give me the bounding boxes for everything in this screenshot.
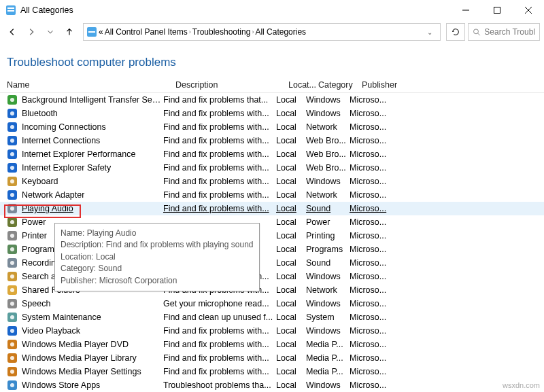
page-title: Troubleshoot computer problems: [0, 43, 544, 77]
row-category: Web Bro...: [305, 149, 348, 159]
table-row[interactable]: Windows Media Player DVD Find and fix pr…: [0, 338, 544, 351]
row-location: Local: [275, 177, 305, 186]
app-icon: [5, 5, 16, 16]
row-name: System Maintenance: [20, 313, 101, 322]
internet-icon: [7, 149, 18, 160]
row-location: Local: [275, 299, 305, 308]
table-row[interactable]: Video Playback Find and fix problems wit…: [0, 324, 544, 338]
forward-button[interactable]: [23, 24, 39, 40]
breadcrumb-prefix[interactable]: «: [99, 27, 103, 37]
row-location: Local: [275, 285, 305, 295]
row-category: Media P...: [305, 340, 348, 349]
row-category: Web Bro...: [305, 163, 348, 173]
row-publisher: Microso...: [348, 285, 388, 295]
row-publisher: Microso...: [348, 190, 388, 200]
table-row[interactable]: Incoming Connections Find and fix proble…: [0, 120, 544, 134]
row-publisher: Microso...: [348, 95, 388, 105]
column-header-name[interactable]: Name: [0, 80, 169, 90]
back-button[interactable]: [4, 24, 20, 40]
svg-point-54: [10, 383, 14, 387]
column-header-location[interactable]: Locat...: [282, 80, 311, 90]
power-icon: [7, 217, 18, 228]
row-publisher: Microso...: [348, 163, 388, 173]
row-location: Local: [275, 258, 305, 268]
table-row[interactable]: System Maintenance Find and clean up unu…: [0, 310, 544, 324]
row-name: Playing Audio: [20, 204, 73, 213]
row-name: Background Intelligent Transfer Service: [20, 95, 162, 105]
table-row[interactable]: Internet Explorer Performance Find and f…: [0, 147, 544, 161]
up-button[interactable]: [61, 24, 78, 40]
table-row[interactable]: Keyboard Find and fix problems with... L…: [0, 175, 544, 188]
row-category: Sound: [305, 258, 348, 268]
breadcrumb-dropdown[interactable]: ⌄: [425, 29, 437, 36]
row-publisher: Microso...: [348, 340, 388, 349]
folder-icon: [7, 285, 18, 296]
row-location: Local: [275, 190, 305, 200]
row-publisher: Microso...: [348, 109, 388, 118]
maximize-button[interactable]: [481, 0, 513, 20]
table-row[interactable]: Speech Get your microphone read... Local…: [0, 297, 544, 310]
table-row[interactable]: Internet Explorer Safety Find and fix pr…: [0, 161, 544, 175]
breadcrumb[interactable]: « All Control Panel Items › Troubleshoot…: [83, 23, 441, 41]
row-location: Local: [275, 217, 305, 227]
row-location: Local: [275, 367, 305, 376]
refresh-button[interactable]: [446, 23, 465, 41]
breadcrumb-item[interactable]: All Categories: [255, 27, 306, 37]
search-icon: [473, 28, 481, 37]
column-header-category[interactable]: Category: [311, 80, 355, 90]
row-description: Find and fix problems with...: [162, 204, 275, 213]
breadcrumb-item[interactable]: Troubleshooting: [192, 27, 251, 37]
row-location: Local: [275, 149, 305, 159]
row-description: Find and fix problems with...: [162, 340, 275, 349]
column-header-description[interactable]: Description: [169, 80, 282, 90]
table-row[interactable]: Network Adapter Find and fix problems wi…: [0, 188, 544, 202]
row-description: Find and fix problems with...: [162, 163, 275, 173]
column-header-publisher[interactable]: Publisher: [355, 80, 394, 90]
table-row[interactable]: Background Intelligent Transfer Service …: [0, 93, 544, 107]
breadcrumb-item[interactable]: All Control Panel Items: [105, 27, 188, 37]
table-row[interactable]: Playing Audio Find and fix problems with…: [0, 202, 544, 215]
chevron-right-icon: ›: [189, 29, 191, 35]
recent-dropdown[interactable]: [42, 24, 58, 40]
row-name: Incoming Connections: [20, 122, 106, 132]
window-title: All Categories: [20, 5, 450, 15]
row-description: Troubleshoot problems tha...: [162, 380, 275, 390]
row-category: Windows: [305, 326, 348, 336]
row-location: Local: [275, 136, 305, 145]
table-row[interactable]: Windows Media Player Library Find and fi…: [0, 351, 544, 365]
speech-icon: [7, 298, 18, 309]
row-publisher: Microso...: [348, 313, 388, 322]
row-category: Media P...: [305, 367, 348, 376]
svg-point-14: [10, 111, 14, 115]
row-name: Power: [20, 217, 46, 227]
table-row[interactable]: Windows Store Apps Troubleshoot problems…: [0, 378, 544, 392]
search-input[interactable]: Search Troubl: [468, 23, 540, 41]
transfer-icon: [7, 94, 18, 105]
svg-point-28: [10, 207, 14, 211]
titlebar: All Categories: [0, 0, 544, 20]
row-name-cell: Windows Media Player Settings: [0, 366, 162, 377]
row-publisher: Microso...: [348, 245, 388, 254]
keyboard-icon: [7, 176, 18, 187]
row-description: Get your microphone read...: [162, 299, 275, 308]
row-category: Windows: [305, 380, 348, 390]
table-row[interactable]: Internet Connections Find and fix proble…: [0, 134, 544, 147]
row-description: Find and fix problems with...: [162, 190, 275, 200]
minimize-button[interactable]: [450, 0, 481, 20]
row-name: Windows Store Apps: [20, 380, 100, 390]
svg-point-9: [474, 29, 479, 33]
row-name-cell: System Maintenance: [0, 312, 162, 323]
svg-rect-4: [494, 7, 500, 14]
row-category: System: [305, 313, 348, 322]
row-category: Windows: [305, 109, 348, 118]
table-row[interactable]: Windows Media Player Settings Find and f…: [0, 365, 544, 378]
row-category: Web Bro...: [305, 136, 348, 145]
svg-point-32: [10, 234, 14, 238]
watermark: wsxdn.com: [503, 381, 540, 389]
svg-point-38: [10, 274, 14, 279]
close-button[interactable]: [513, 0, 544, 20]
internet-icon: [7, 162, 18, 173]
table-row[interactable]: Bluetooth Find and fix problems with... …: [0, 107, 544, 120]
search-icon: [7, 271, 18, 282]
audio-icon: [7, 203, 18, 214]
